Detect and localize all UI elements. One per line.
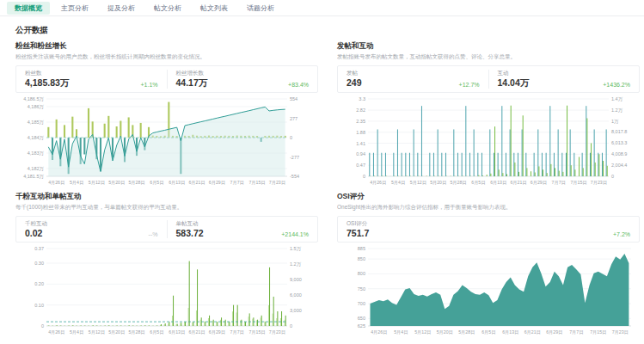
posts-interactions-chart[interactable]: 3.32.822.351.881.410.940.4701.4万1.2万1万8,… bbox=[337, 95, 640, 187]
svg-text:8,017.8: 8,017.8 bbox=[611, 129, 627, 134]
svg-text:2.35: 2.35 bbox=[356, 118, 365, 123]
svg-text:7月15日: 7月15日 bbox=[248, 180, 265, 186]
metric-change: +7.2% bbox=[613, 231, 630, 238]
svg-text:-554: -554 bbox=[290, 174, 299, 179]
metrics-box: 粉丝数 4,185.83万 +1.1% 粉丝增长数 44.17万 +83.4% bbox=[15, 65, 318, 93]
metric-per-post: 单帖互动 583.72 +2144.1% bbox=[167, 220, 310, 239]
metric-label: 发帖 bbox=[347, 70, 362, 77]
svg-text:1.2万: 1.2万 bbox=[290, 261, 302, 267]
tab-post-list[interactable]: 帖文列表 bbox=[193, 2, 236, 15]
tab-mention-analysis[interactable]: 提及分析 bbox=[100, 2, 143, 15]
page-content: 公开数据 粉丝和粉丝增长 粉丝指关注该账号的用户总数，粉丝增长指统计周期内粉丝数… bbox=[0, 16, 644, 336]
metric-interactions: 互动 14.04万 +1436.2% bbox=[488, 70, 631, 89]
svg-text:6月29日: 6月29日 bbox=[546, 329, 562, 335]
svg-text:6月29日: 6月29日 bbox=[531, 180, 547, 186]
svg-text:5月4日: 5月4日 bbox=[70, 180, 83, 186]
svg-text:3,000: 3,000 bbox=[290, 308, 302, 313]
svg-text:2,004.4: 2,004.4 bbox=[611, 163, 627, 168]
svg-text:0: 0 bbox=[290, 323, 292, 329]
svg-text:6月13日: 6月13日 bbox=[169, 329, 185, 335]
svg-text:6月21日: 6月21日 bbox=[510, 180, 526, 186]
metric-osi-score: OSI评分 751.7 +7.2% bbox=[347, 220, 630, 239]
svg-text:4月26日: 4月26日 bbox=[48, 329, 64, 335]
svg-text:4,186万: 4,186万 bbox=[28, 104, 45, 109]
svg-text:1.88: 1.88 bbox=[356, 129, 365, 134]
svg-text:0.10: 0.10 bbox=[34, 303, 44, 308]
tab-post-analysis[interactable]: 帖文分析 bbox=[146, 2, 189, 15]
metric-change: +1436.2% bbox=[603, 82, 630, 89]
top-nav: 数据概览 主页分析 提及分析 帖文分析 帖文列表 话题分析 bbox=[0, 0, 644, 16]
svg-text:6月29日: 6月29日 bbox=[209, 329, 225, 335]
svg-text:7月15日: 7月15日 bbox=[570, 180, 586, 186]
panel-fans-growth: 粉丝和粉丝增长 粉丝指关注该账号的用户总数，粉丝增长指统计周期内粉丝数量的变化情… bbox=[15, 41, 318, 187]
metric-fans-total: 粉丝数 4,185.83万 +1.1% bbox=[25, 70, 158, 89]
svg-text:4,183万: 4,183万 bbox=[28, 150, 45, 156]
svg-text:7月7日: 7月7日 bbox=[230, 329, 244, 335]
svg-text:650: 650 bbox=[358, 316, 365, 321]
svg-text:5月12日: 5月12日 bbox=[89, 180, 105, 186]
svg-text:7月23日: 7月23日 bbox=[612, 329, 629, 335]
svg-text:0: 0 bbox=[363, 174, 365, 179]
svg-text:4,182万: 4,182万 bbox=[28, 166, 45, 171]
svg-text:1万: 1万 bbox=[611, 118, 619, 123]
svg-text:0: 0 bbox=[611, 174, 614, 179]
svg-text:5月28日: 5月28日 bbox=[128, 180, 144, 186]
panel-osi-score: OSI评分 OneSight推出的海外影响力综合评估指标，用于衡量账号影响力表现… bbox=[337, 192, 640, 337]
metrics-box: 千粉互动 0.02 --% 单帖互动 583.72 +2144.1% bbox=[15, 216, 318, 243]
svg-text:5月28日: 5月28日 bbox=[450, 180, 466, 186]
section-title-public-data: 公开数据 bbox=[15, 25, 629, 36]
svg-text:5月20日: 5月20日 bbox=[108, 180, 125, 186]
panel-desc: 粉丝指关注该账号的用户总数，粉丝增长指统计周期内粉丝数量的变化情况。 bbox=[15, 53, 318, 61]
metric-change: +12.7% bbox=[459, 82, 480, 89]
metric-value: 0.02 bbox=[25, 229, 47, 239]
osi-score-chart[interactable]: 8858508007507006506254月26日5月4日5月12日5月20日… bbox=[337, 244, 640, 336]
svg-text:5月20日: 5月20日 bbox=[430, 180, 446, 186]
svg-text:1.2万: 1.2万 bbox=[611, 107, 623, 112]
metric-label: 互动 bbox=[498, 70, 530, 77]
svg-text:4月26日: 4月26日 bbox=[371, 329, 387, 335]
per-fan-interactions-chart[interactable]: 0.370.300.200.1001.5万1.2万9,0006,0003,000… bbox=[15, 244, 318, 336]
metric-value: 249 bbox=[347, 78, 362, 89]
svg-text:554: 554 bbox=[290, 96, 297, 101]
panel-desc: 发帖指账号发布的帖文数量，互动指帖文获得的点赞、评论、分享总量。 bbox=[337, 53, 640, 61]
svg-text:750: 750 bbox=[358, 286, 365, 292]
svg-text:6,000: 6,000 bbox=[290, 292, 302, 298]
panel-title: 发帖和互动 bbox=[337, 41, 640, 52]
svg-text:7月23日: 7月23日 bbox=[269, 329, 285, 335]
svg-text:0: 0 bbox=[41, 323, 44, 329]
panel-desc: OneSight推出的海外影响力综合评估指标，用于衡量账号影响力表现。 bbox=[337, 204, 640, 212]
tab-homepage-analysis[interactable]: 主页分析 bbox=[53, 2, 96, 15]
svg-text:5月20日: 5月20日 bbox=[437, 329, 453, 335]
svg-text:6月5日: 6月5日 bbox=[471, 180, 485, 186]
svg-text:7月15日: 7月15日 bbox=[248, 329, 265, 335]
svg-text:850: 850 bbox=[358, 256, 365, 261]
svg-text:5月20日: 5月20日 bbox=[108, 329, 125, 335]
svg-text:6月29日: 6月29日 bbox=[209, 180, 225, 186]
svg-text:0.94: 0.94 bbox=[356, 151, 365, 157]
svg-text:0.30: 0.30 bbox=[34, 261, 44, 266]
metric-value: 4,185.83万 bbox=[25, 78, 69, 89]
fans-growth-chart[interactable]: 4,186.5万4,186万4,185万4,184万4,183万4,182万4,… bbox=[15, 95, 318, 187]
svg-text:0.20: 0.20 bbox=[34, 281, 44, 286]
svg-text:800: 800 bbox=[358, 272, 365, 277]
panel-posts-interactions: 发帖和互动 发帖指账号发布的帖文数量，互动指帖文获得的点赞、评论、分享总量。 发… bbox=[337, 41, 640, 187]
svg-text:7月15日: 7月15日 bbox=[590, 329, 606, 335]
svg-text:7月23日: 7月23日 bbox=[269, 180, 285, 186]
svg-text:5月4日: 5月4日 bbox=[391, 180, 405, 186]
svg-text:0.37: 0.37 bbox=[34, 246, 44, 251]
svg-text:6月13日: 6月13日 bbox=[169, 180, 185, 186]
panel-desc: 每千(1000)粉丝带来的平均互动量，与单篇帖文获得的平均互动量。 bbox=[15, 204, 318, 212]
svg-text:4月26日: 4月26日 bbox=[370, 180, 386, 186]
svg-text:7月7日: 7月7日 bbox=[569, 329, 583, 335]
metric-value: 44.17万 bbox=[176, 78, 208, 89]
svg-text:2.82: 2.82 bbox=[356, 108, 365, 113]
svg-text:4,008.9: 4,008.9 bbox=[611, 151, 627, 157]
tab-topic-analysis[interactable]: 话题分析 bbox=[239, 2, 282, 15]
panel-title: 粉丝和粉丝增长 bbox=[15, 41, 318, 52]
metric-label: 千粉互动 bbox=[25, 220, 47, 228]
metric-change: +1.1% bbox=[140, 82, 157, 89]
svg-text:3.3: 3.3 bbox=[359, 96, 365, 101]
tab-data-overview[interactable]: 数据概览 bbox=[7, 2, 50, 15]
svg-text:4月26日: 4月26日 bbox=[48, 180, 64, 186]
svg-text:5月28日: 5月28日 bbox=[458, 329, 475, 335]
